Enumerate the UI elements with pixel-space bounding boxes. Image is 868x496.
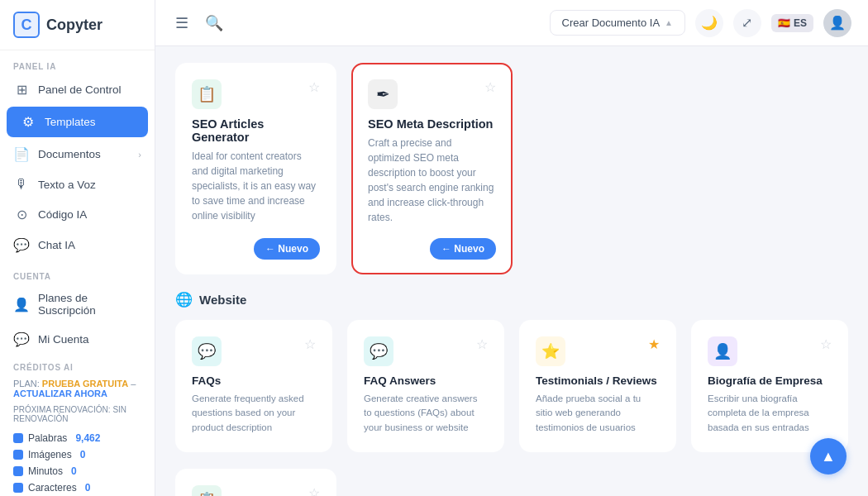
search-icon[interactable]: 🔍	[202, 11, 227, 36]
card-title-seo-articles: SEO Articles Generator	[192, 117, 320, 144]
card-title-seo-meta: SEO Meta Description	[368, 117, 496, 131]
fullscreen-icon[interactable]: ⤢	[733, 9, 761, 37]
palabras-label: Palabras	[28, 432, 67, 444]
user-avatar[interactable]: 👤	[823, 9, 851, 37]
chat-icon: 💬	[13, 237, 30, 253]
card-faqs[interactable]: 💬 ☆ FAQs Generate frequently asked quest…	[175, 320, 332, 452]
sidebar-item-planes[interactable]: 👤 Planes de Suscripción	[0, 284, 155, 324]
card-faq-answers[interactable]: 💬 ☆ FAQ Answers Generate creative answer…	[347, 320, 504, 452]
card-icon-boletines: 📋	[192, 485, 222, 496]
card-seo-articles[interactable]: 📋 ☆ SEO Articles Generator Ideal for con…	[175, 63, 336, 274]
card-title-biografia: Biografía de Empresa	[708, 374, 832, 387]
sidebar-item-mi-cuenta[interactable]: 💬 Mi Cuenta	[0, 324, 155, 355]
sidebar-item-templates[interactable]: ⚙ Templates	[7, 107, 148, 137]
crear-label: Crear Documento IA	[562, 17, 661, 29]
card-seo-meta[interactable]: ✒ ☆ SEO Meta Description Craft a precise…	[351, 63, 513, 274]
sidebar-item-label: Templates	[45, 116, 96, 128]
topbar: ☰ 🔍 Crear Documento IA ▲ 🌙 ⤢ 🇪🇸 ES 👤	[155, 0, 868, 46]
star-icon-boletines[interactable]: ☆	[308, 485, 320, 496]
credit-imagenes: Imágenes 0	[0, 446, 155, 463]
star-icon-seo-meta[interactable]: ☆	[484, 79, 496, 95]
plan-upgrade-link[interactable]: ACTUALIZAR AHORA	[13, 389, 107, 398]
language-selector[interactable]: 🇪🇸 ES	[771, 14, 813, 32]
card-header: 💬 ☆	[364, 336, 488, 366]
card-desc-biografia: Escribir una biografía completa de la em…	[708, 392, 832, 437]
sidebar: C Copyter PANEL IA ⊞ Panel de Control ⚙ …	[0, 0, 155, 496]
card-desc-faq-answers: Generate creative answers to questions (…	[364, 392, 488, 437]
sidebar-item-texto-a-voz[interactable]: 🎙 Texto a Voz	[0, 169, 155, 199]
user-icon: 👤	[13, 297, 30, 312]
nuevo-btn-seo-articles[interactable]: ← ← NuevoNuevo	[254, 238, 320, 260]
sidebar-item-label: Panel de Control	[38, 83, 122, 96]
caracteres-dot	[13, 483, 23, 493]
card-header: 📋 ☆	[192, 485, 320, 496]
card-icon-seo-articles: 📋	[192, 79, 222, 109]
dark-mode-toggle[interactable]: 🌙	[695, 9, 723, 37]
website-label: Website	[199, 293, 246, 307]
card-header: 👤 ☆	[708, 336, 832, 366]
card-biografia-empresa[interactable]: 👤 ☆ Biografía de Empresa Escribir una bi…	[691, 320, 848, 452]
card-header: 💬 ☆	[192, 336, 316, 366]
star-icon-faq-answers[interactable]: ☆	[476, 336, 488, 352]
sidebar-item-panel-control[interactable]: ⊞ Panel de Control	[0, 74, 155, 105]
card-icon-testimonials: ⭐	[536, 336, 565, 366]
website-section-header: 🌐 Website	[175, 291, 848, 308]
sidebar-item-chat-ia[interactable]: 💬 Chat IA	[0, 230, 155, 260]
hamburger-icon[interactable]: ☰	[172, 11, 192, 36]
card-icon-seo-meta: ✒	[368, 79, 398, 109]
card-generador-boletines[interactable]: 📋 ☆ Generador de Boletines Genere un bol…	[175, 469, 336, 496]
star-icon-seo-articles[interactable]: ☆	[308, 79, 320, 95]
star-icon-biografia[interactable]: ☆	[820, 336, 832, 352]
logo-icon: C	[13, 12, 40, 38]
mic-icon: 🎙	[13, 177, 30, 192]
website-cards-row: 💬 ☆ FAQs Generate frequently asked quest…	[175, 320, 848, 452]
flag-emoji: 🇪🇸	[778, 17, 790, 29]
sidebar-item-label: Código IA	[38, 208, 87, 221]
sidebar-item-label: Chat IA	[38, 239, 75, 251]
minutos-label: Minutos	[28, 465, 63, 477]
card-desc-seo-articles: Ideal for content creators and digital m…	[192, 149, 320, 225]
card-header: 📋 ☆	[192, 79, 320, 109]
scroll-top-button[interactable]: ▲	[810, 438, 847, 475]
palabras-dot	[13, 433, 23, 443]
card-icon-faq-answers: 💬	[364, 336, 393, 366]
panel-section-label: PANEL IA	[0, 50, 155, 74]
imagenes-label: Imágenes	[28, 449, 72, 460]
plan-row: PLAN: PRUEBA GRATUITA – ACTUALIZAR AHORA	[0, 377, 155, 403]
imagenes-value: 0	[80, 449, 86, 460]
creditos-label: CRÉDITOS AI	[0, 355, 155, 377]
plan-name: PRUEBA GRATUITA	[42, 379, 128, 389]
caracteres-label: Caracteres	[28, 482, 77, 494]
star-icon-faqs[interactable]: ☆	[304, 336, 316, 352]
card-title-faqs: FAQs	[192, 374, 316, 387]
minutos-value: 0	[71, 465, 77, 477]
sidebar-item-label: Documentos	[38, 148, 101, 160]
account-icon: 💬	[13, 331, 30, 347]
content-area: 📋 ☆ SEO Articles Generator Ideal for con…	[155, 46, 868, 496]
card-title-testimonials: Testimonials / Reviews	[536, 374, 660, 387]
card-desc-testimonials: Añade prueba social a tu sitio web gener…	[536, 392, 660, 437]
card-testimonials[interactable]: ⭐ ★ Testimonials / Reviews Añade prueba …	[519, 320, 676, 452]
card-icon-faqs: 💬	[192, 336, 222, 366]
website-icon: 🌐	[175, 291, 193, 308]
top-cards-row: 📋 ☆ SEO Articles Generator Ideal for con…	[175, 63, 848, 274]
credit-minutos: Minutos 0	[0, 463, 155, 479]
nuevo-btn-seo-meta[interactable]: ← Nuevo	[430, 238, 496, 260]
imagenes-dot	[13, 450, 23, 460]
logo-name: Copyter	[46, 17, 103, 34]
card-icon-biografia: 👤	[708, 336, 737, 366]
card-title-faq-answers: FAQ Answers	[364, 374, 488, 387]
bottom-cards-row: 📋 ☆ Generador de Boletines Genere un bol…	[175, 469, 848, 496]
scroll-icon: ▲	[821, 448, 836, 465]
top-cards-spacer	[527, 63, 848, 274]
sidebar-item-codigo-ia[interactable]: ⊙ Código IA	[0, 199, 155, 230]
star-icon-testimonials[interactable]: ★	[648, 336, 660, 352]
minutos-dot	[13, 466, 23, 476]
plan-separator: –	[131, 379, 136, 389]
crear-documento-button[interactable]: Crear Documento IA ▲	[550, 10, 685, 36]
gear-icon: ⚙	[20, 114, 36, 130]
sidebar-item-label: Texto a Voz	[38, 179, 96, 191]
sidebar-item-documentos[interactable]: 📄 Documentos ›	[0, 139, 155, 169]
renovacion-row: PRÓXIMA RENOVACIÓN: SIN RENOVACIÓN	[0, 403, 155, 430]
card-desc-seo-meta: Craft a precise and optimized SEO meta d…	[368, 136, 496, 225]
